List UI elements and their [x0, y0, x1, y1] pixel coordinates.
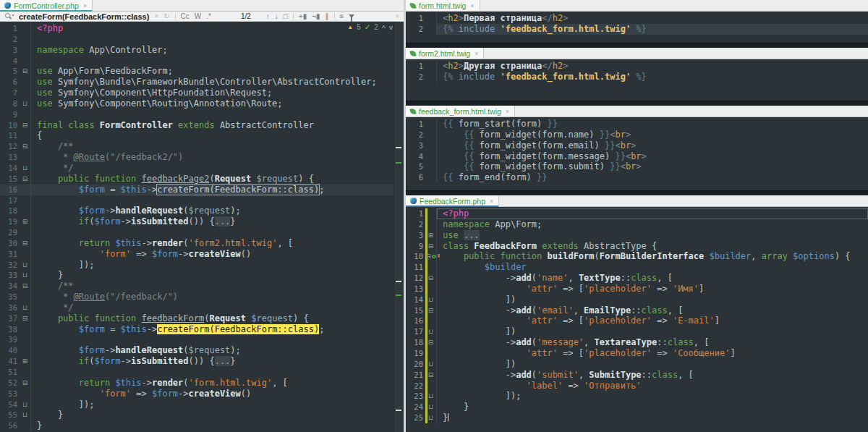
code-line[interactable]: 16 $form = $this->createForm(FeedbackFor… — [0, 185, 404, 195]
code-line[interactable]: 2namespace App\Form; — [406, 219, 868, 230]
code-line[interactable]: 20⊔ ]) — [406, 359, 868, 370]
code-line[interactable]: 1<h2>Другая страница</h2> — [406, 61, 868, 72]
code-editor-form2-twig[interactable]: 1<h2>Другая страница</h2>2{% include 'fe… — [406, 59, 868, 101]
code-line[interactable]: 35 * @Route("/feedback/") — [0, 292, 404, 302]
prev-problem-icon[interactable]: ^ — [382, 24, 386, 31]
horizontal-splitter[interactable] — [406, 101, 868, 106]
fold-marker-icon[interactable]: ⊟ — [425, 370, 437, 381]
fold-marker-icon[interactable]: ⊔ — [425, 359, 437, 370]
code-line[interactable]: 2 {{ form_widget(form.name) }}<br> — [406, 130, 868, 140]
scrollbar-error-stripe[interactable] — [393, 22, 404, 432]
prev-match-icon[interactable]: ↑ — [266, 12, 270, 20]
code-line[interactable]: 5⊟use App\Form\FeedbackForm; — [0, 66, 404, 77]
fold-marker-icon[interactable]: ⊔ — [20, 270, 31, 281]
code-editor-formcontroller[interactable]: ▲ 5 ✓ 2 ^ v 1<?php23namespace App\Contro… — [0, 22, 404, 432]
fold-marker-icon[interactable]: ⊔ — [425, 412, 437, 423]
code-line[interactable]: 54⊔ ]); — [0, 399, 404, 410]
tab-close-icon[interactable]: × — [506, 108, 509, 115]
tab-close-icon[interactable]: × — [490, 198, 493, 205]
regex-toggle[interactable]: .* — [206, 12, 211, 20]
code-line[interactable]: 12⊟ ->add('name', TextType::class, [ — [406, 273, 868, 284]
select-all-matches-icon[interactable]: □ — [284, 12, 288, 20]
code-line[interactable]: 4 {{ form_widget(form.message) }}<br> — [406, 151, 868, 162]
code-line[interactable]: 17⊔ ]) — [406, 326, 868, 337]
code-editor-feedbackform[interactable]: 1<?php2namespace App\Form;3⊞use ...9⊟cla… — [406, 207, 868, 432]
fold-marker-icon[interactable]: ⊔ — [425, 326, 437, 337]
code-line[interactable]: 40 $form->handleRequest($request); — [0, 345, 404, 356]
inspections-widget[interactable]: ▲ 5 ✓ 2 ^ v — [347, 23, 393, 31]
tab-feedback-form-html-twig[interactable]: feedback_form.html.twig × — [406, 106, 515, 117]
tab-close-icon[interactable]: × — [83, 2, 87, 9]
code-line[interactable]: 30⊟ return $this->render('form2.html.twi… — [0, 238, 404, 249]
code-line[interactable]: 2{% include 'feedback_form.html.twig' %} — [406, 72, 868, 82]
code-line[interactable]: 21⊟ ->add('submit', SubmitType::class, [ — [406, 370, 868, 381]
carets-at-all-icon[interactable]: ∥ — [326, 12, 329, 20]
code-line[interactable]: 22 'label' => 'Отправить' — [406, 381, 868, 391]
tab-close-icon[interactable]: × — [475, 50, 478, 57]
code-line[interactable]: 56} — [0, 420, 404, 431]
horizontal-splitter[interactable] — [406, 190, 868, 195]
code-line[interactable]: 17 — [0, 195, 404, 206]
code-line[interactable]: 55⊔ } — [0, 410, 404, 420]
code-line[interactable]: 10⊟final class FormController extends Ab… — [0, 120, 404, 131]
code-line[interactable]: 53 'form' => $form->createView() — [0, 389, 404, 399]
code-line[interactable]: 6use Symfony\Bundle\FrameworkBundle\Cont… — [0, 77, 404, 88]
fold-marker-icon[interactable]: ⊟ — [20, 66, 31, 77]
search-icon[interactable] — [4, 12, 12, 20]
search-query-input[interactable]: createForm(FeedbackForm::class) — [19, 12, 149, 21]
code-line[interactable]: 31 'form' => $form->createView() — [0, 249, 404, 260]
fold-marker-icon[interactable]: ⊔ — [20, 98, 31, 109]
fold-marker-icon[interactable]: ⊔ — [425, 402, 437, 412]
search-history-icon[interactable]: ↻ — [163, 12, 169, 20]
horizontal-splitter[interactable] — [406, 43, 868, 48]
add-caret-icon[interactable]: +▮ — [299, 12, 307, 20]
code-line[interactable]: 6{{ form_end(form) }} — [406, 172, 868, 183]
code-line[interactable]: 18 $form->handleRequest($request); — [0, 206, 404, 216]
fold-marker-icon[interactable]: ⊞ — [20, 216, 31, 227]
code-line[interactable]: 29 — [0, 227, 404, 238]
code-line[interactable]: 14⊔ */ — [0, 163, 404, 174]
code-line[interactable]: 7use Symfony\Component\HttpFoundation\Re… — [0, 88, 404, 98]
code-line[interactable]: 2{% include 'feedback_form.html.twig' %} — [406, 24, 868, 35]
tab-close-icon[interactable]: × — [470, 2, 474, 9]
code-line[interactable]: 19⊞ if($form->isSubmitted()) {...} — [0, 216, 404, 227]
code-line[interactable]: 24⊔ } — [406, 402, 868, 412]
fold-marker-icon[interactable]: ⊟ — [20, 378, 31, 389]
fold-marker-icon[interactable]: ⊔ — [20, 260, 31, 271]
code-line[interactable]: 13 'attr' => ['placeholder' => 'Имя'] — [406, 284, 868, 295]
code-line[interactable]: 18⊟ ->add('message', TextareaType::class… — [406, 337, 868, 348]
code-line[interactable]: 34⊟ /** — [0, 281, 404, 292]
code-line[interactable]: 33⊔ } — [0, 270, 404, 281]
code-line[interactable]: 1<?php — [0, 23, 404, 34]
code-line[interactable]: 3⊞use ... — [406, 230, 868, 241]
code-line[interactable]: 13 * @Route("/feedback2/") — [0, 152, 404, 163]
tab-form2-html-twig[interactable]: form2.html.twig × — [406, 48, 484, 59]
code-line[interactable]: 32⊔ ]); — [0, 260, 404, 271]
code-line[interactable]: 19 'attr' => ['placeholder' => 'Сообщени… — [406, 348, 868, 359]
code-line[interactable]: 3 {{ form_widget(form.email) }}<br> — [406, 140, 868, 151]
tab-form-html-twig[interactable]: form.html.twig × — [406, 0, 480, 11]
fold-marker-icon[interactable]: ⊔ — [425, 295, 437, 305]
code-line[interactable]: 11{ — [0, 130, 404, 141]
code-line[interactable]: 2 — [0, 34, 404, 45]
code-line[interactable]: 1<h2>Первая страница</h2> — [406, 13, 868, 24]
code-line[interactable]: 5 {{ form_widget(form.submit) }}<br> — [406, 161, 868, 172]
code-line[interactable]: 15⊟ ->add('email', EmailType::class, [ — [406, 305, 868, 316]
fold-marker-icon[interactable]: ⊔ — [20, 399, 31, 410]
code-line[interactable]: 9⊟class FeedbackForm extends AbstractTyp… — [406, 241, 868, 252]
fold-marker-icon[interactable]: ⊟ — [20, 141, 31, 152]
close-find-bar-icon[interactable]: × — [395, 12, 399, 20]
code-editor-feedback-form-twig[interactable]: 1{{ form_start(form) }}2 {{ form_widget(… — [406, 117, 868, 190]
code-line[interactable]: 10⊟o public function buildForm(FormBuild… — [406, 251, 868, 262]
code-line[interactable]: 15⊟ public function feedbackPage2(Reques… — [0, 174, 404, 185]
fold-marker-icon[interactable]: ⊟ — [20, 281, 31, 292]
code-line[interactable]: 8⊔use Symfony\Component\Routing\Annotati… — [0, 98, 404, 109]
filter-lines-icon[interactable]: ≡ — [340, 12, 344, 20]
code-line[interactable]: 37⊟ public function feedbackForm(Request… — [0, 313, 404, 324]
words-toggle[interactable]: W — [195, 12, 201, 20]
code-line[interactable]: 41⊞ if($form->isSubmitted()) {...} — [0, 356, 404, 367]
code-line[interactable]: 1<?php — [406, 208, 868, 219]
code-line[interactable]: 16 'attr' => ['placeholder' => 'E-mail'] — [406, 315, 868, 326]
fold-marker-icon[interactable]: ⊔ — [20, 410, 31, 420]
fold-marker-icon[interactable]: ⊞ — [20, 356, 31, 367]
